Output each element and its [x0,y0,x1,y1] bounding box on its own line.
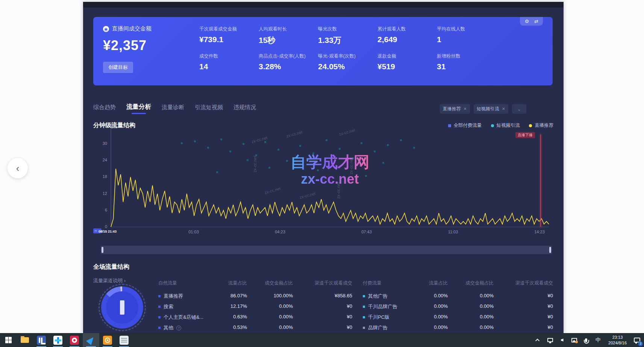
stream-end-badge: 直播下播 [515,132,535,138]
banner-title: 直播间成交金额 [112,25,152,32]
legend-item-0[interactable]: 全部付费流量 [448,122,482,129]
taskbar-notepad[interactable] [116,333,132,347]
chevron-down-icon: ⌄ [517,107,521,112]
paid-cell: 0.00% [415,323,448,333]
metric-6: 商品点击-成交率(人数)3.28% [259,53,318,80]
analytics-window: ◉ 直播间成交金额 ¥2,357 创建目标 千次观看成交金额¥739.1人均观看… [83,2,564,333]
paid-cell: ¥0 [494,301,553,312]
short-video-dot [207,147,209,149]
natural-cell: 100.00% [247,291,293,301]
close-icon[interactable]: ✕ [502,107,505,111]
tab-2[interactable]: 流量诊断 [162,104,184,114]
taskbar-start[interactable] [0,333,17,347]
paid-cell: ¥0 [494,312,553,323]
channel-note-link[interactable]: 流量渠道说明 › [93,277,126,284]
metric-label: 商品点击-成交率(人数) [259,53,318,59]
metric-value: 2,649 [377,35,437,44]
app-orange-dot-icon [103,336,112,345]
metric-label: 新增粉丝数 [437,53,496,59]
paid-cell: 0.00% [448,312,494,323]
create-goal-button[interactable]: 创建目标 [103,62,133,73]
filter-chip-1[interactable]: 短视频引流✕ [474,104,508,114]
tab-4[interactable]: 违规情况 [233,104,256,114]
back-button[interactable]: ‹ [8,158,28,178]
channel-dot [363,306,365,308]
metric-label: 曝光-观看率(次数) [318,53,377,59]
paid-cell: 0.00% [415,312,448,323]
close-icon[interactable]: ✕ [464,107,467,111]
filter-chip-0[interactable]: 直播推荐✕ [440,104,470,114]
gear-icon[interactable]: ⚙ [524,18,529,24]
short-video-dot [247,159,249,161]
natural-cell: ¥0 [293,323,352,333]
taskbar-clock[interactable]: 23:13 2024/8/16 [605,335,630,345]
natural-cell: 0.53% [214,323,247,333]
volume-icon[interactable] [557,333,567,347]
channel-dot [363,327,365,329]
metric-value: ¥739.1 [199,35,259,44]
short-video-dot [317,169,319,171]
minute-traffic-chart[interactable]: 自学成才网 zx-cc.net 08/15 21:4301:0304:2307:… [111,134,549,228]
channel-dot [158,295,161,297]
swap-icon[interactable]: ⇄ [534,18,538,24]
ime-indicator[interactable]: 中 [593,333,603,347]
taskbar-app-cross[interactable] [50,333,66,347]
tab-3[interactable]: 引流短视频 [195,104,223,114]
x-tick: 04:23 [275,230,285,234]
natural-cell: ¥858.65 [293,291,352,301]
filter-dropdown[interactable]: ⌄ [512,104,526,114]
app-cross-icon [53,336,62,345]
short-video-dot [365,175,367,177]
short-video-dot [264,141,266,143]
metric-4: 平均在线人数1 [437,26,496,53]
natural-header: 自然流量 [158,278,214,291]
natural-cell: ¥0 [293,301,352,312]
legend-item-1[interactable]: 短视频引流 [491,122,520,129]
help-icon[interactable]: ? [176,326,181,330]
legend-label: 短视频引流 [497,122,520,129]
app-l1-icon [37,336,46,345]
short-video-dot [194,140,196,142]
natural-header: 流量占比 [214,278,247,291]
metric-5: 成交件数14 [199,53,259,80]
explorer-icon [21,337,29,343]
natural-cell: 0.00% [247,312,293,323]
short-video-dot [382,162,384,164]
network-icon[interactable] [545,333,555,347]
legend-item-2[interactable]: 直播推荐 [529,122,553,129]
taskbar-app-l1[interactable] [33,333,50,347]
snip-icon[interactable] [569,333,579,347]
short-video-dot [374,151,376,152]
paid-cell: 0.00% [415,291,448,301]
paid-cell: ¥0 [494,291,553,301]
taskbar-app-red-o[interactable] [66,333,83,347]
slider-handle-right[interactable] [549,247,551,253]
channel-name: 其他广告 [368,293,388,300]
metric-2: 曝光次数1.33万 [318,26,377,53]
arrow-right-icon: › [124,278,126,283]
legend-swatch [448,124,451,127]
gmv-banner: ◉ 直播间成交金额 ¥2,357 创建目标 千次观看成交金额¥739.1人均观看… [93,17,553,85]
microphone-icon[interactable] [581,333,591,347]
tab-1[interactable]: 流量分析 [126,103,151,114]
chart-range-slider[interactable] [101,246,552,254]
taskbar-app-orange-dot[interactable] [99,333,116,347]
slider-handle-left[interactable] [102,247,103,253]
tray-expand-icon[interactable] [533,333,543,347]
channel-name: 千川品牌广告 [368,303,397,310]
action-center-icon[interactable]: 3 [632,333,642,347]
short-video-dot [268,167,270,169]
natural-header: 渠道千次观看成交 [293,278,352,291]
taskbar-explorer[interactable] [17,333,33,347]
x-tick: 14:23 [534,230,545,234]
banner-metrics: 千次观看成交金额¥739.1人均观看时长15秒曝光次数1.33万累计观看人数2,… [199,26,496,80]
tab-0[interactable]: 综合趋势 [93,104,116,114]
paid-cell: 0.00% [448,301,494,312]
chip-label: 直播推荐 [443,106,461,112]
legend-swatch [529,124,532,127]
paid-header: 渠道千次观看成交 [494,278,553,291]
chart-legend: 全部付费流量短视频引流直播推荐 [448,122,554,129]
filter-chips: 直播推荐✕短视频引流✕⌄ [440,104,526,114]
taskbar-app-pointer[interactable] [83,333,99,347]
channel-name: 个人主页&店铺&... [164,314,203,321]
